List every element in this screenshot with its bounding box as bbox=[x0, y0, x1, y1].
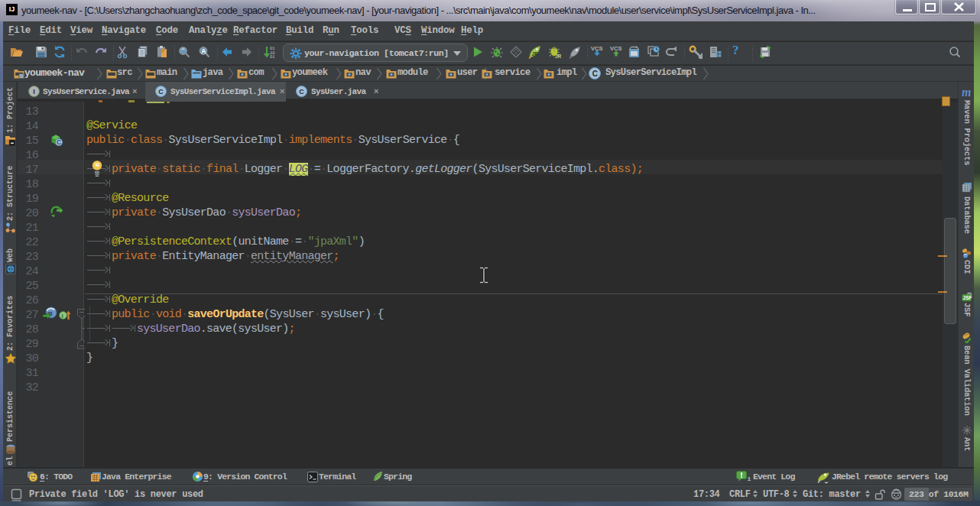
svg-text:I: I bbox=[61, 313, 63, 319]
svg-text:JR: JR bbox=[532, 51, 539, 57]
svg-text:A: A bbox=[201, 47, 206, 55]
svg-text:VCS: VCS bbox=[610, 45, 621, 52]
svg-text:01: 01 bbox=[270, 54, 275, 59]
svg-text:JR: JR bbox=[555, 54, 562, 59]
svg-text:JSF: JSF bbox=[963, 295, 972, 300]
svg-text:m: m bbox=[962, 86, 971, 98]
svg-text:C: C bbox=[57, 138, 61, 146]
svg-text:1: 1 bbox=[748, 475, 751, 482]
